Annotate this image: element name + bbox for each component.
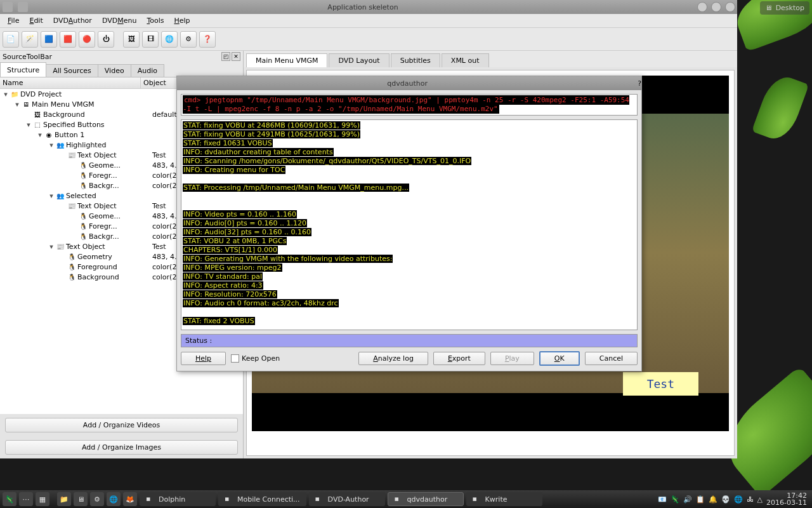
status-bar: Status : — [181, 334, 638, 347]
log-line: INFO: Audio ch 0 format: ac3/2ch, 48khz … — [183, 299, 636, 308]
system-tray: 📧 🦎 🔊 📋 🔔 💀 🌐 🖧 △ 17:42 2016-03-11 — [658, 492, 809, 506]
log-line: STAT: Processing /tmp/Unnamed/Main Menu … — [183, 184, 636, 192]
log-line — [183, 192, 636, 201]
tray-icon[interactable]: 🖧 — [747, 495, 754, 504]
app-icon — [3, 2, 13, 12]
tool-icon[interactable]: 🟥 — [60, 31, 76, 48]
taskbar-app[interactable]: ▪Dolphin — [140, 492, 216, 506]
minimize-button[interactable] — [697, 2, 707, 12]
main-tab[interactable]: Main Menu VMGM — [246, 53, 327, 67]
sidebar-tab[interactable]: Video — [98, 64, 131, 77]
power-icon[interactable]: ⏻ — [98, 31, 114, 48]
tray-icon[interactable]: 🔊 — [683, 495, 692, 504]
tool-icon[interactable]: 🔴 — [79, 31, 95, 48]
help-button[interactable]: ? — [638, 79, 641, 88]
tray-icon[interactable]: 🌐 — [734, 495, 743, 504]
log-line: INFO: Resolution: 720x576 — [183, 290, 636, 299]
tray-icon[interactable]: △ — [757, 495, 763, 504]
dialog-title: qdvdauthor — [177, 79, 638, 88]
wallpaper-leaf — [752, 72, 809, 144]
log-line: INFO: MPEG version: mpeg2 — [183, 264, 636, 272]
tray-icon[interactable]: 📋 — [696, 495, 705, 504]
menu-help[interactable]: Help — [169, 15, 195, 26]
launcher-icon[interactable]: 🌐 — [107, 492, 121, 506]
tool-icon[interactable]: 🌐 — [161, 31, 178, 48]
sidebar-tab[interactable]: Structure — [0, 62, 46, 77]
log-line: STAT: fixed 2 VOBUS — [183, 317, 636, 326]
main-tab[interactable]: DVD Layout — [329, 53, 389, 67]
export-button[interactable]: Export — [433, 352, 485, 365]
tool-icon[interactable]: 🟦 — [41, 31, 57, 48]
ok-button[interactable]: OK — [539, 351, 580, 366]
dock-float-button[interactable]: ◰ — [221, 52, 230, 61]
add-images-button[interactable]: Add / Organize Images — [5, 440, 238, 455]
menu-dvdmenu[interactable]: DVDMenu — [97, 15, 142, 26]
log-line: STAT: VOBU 2 at 0MB, 1 PGCs — [183, 237, 636, 246]
taskbar-app[interactable]: ▪DVD-Author — [309, 492, 385, 506]
pin-icon[interactable] — [18, 2, 28, 12]
command-text: cmd> jpegtopnm "/tmp/Unnamed/Main Menu V… — [183, 95, 629, 114]
tool-icon[interactable]: ❓ — [199, 31, 216, 48]
tool-icon[interactable]: 🎞 — [142, 31, 159, 48]
pager[interactable]: ▦ — [36, 492, 49, 506]
menubar: File Edit DVDAuthor DVDMenu Tools Help — [0, 14, 737, 28]
tool-icon[interactable]: 🖼 — [123, 31, 140, 48]
taskbar-app[interactable]: ▪qdvdauthor — [388, 492, 464, 506]
main-tab[interactable]: XML out — [442, 53, 489, 67]
taskbar-app[interactable]: ▪Mobile Connecti... — [218, 492, 306, 506]
play-button[interactable]: Play — [490, 352, 534, 365]
tree-col-name[interactable]: Name — [0, 77, 141, 88]
launcher-icon[interactable]: 🖥 — [74, 492, 88, 506]
close-button[interactable] — [725, 2, 735, 12]
clock[interactable]: 17:42 2016-03-11 — [766, 492, 809, 506]
log-line: CHAPTERS: VTS[1/1] 0.000 — [183, 246, 636, 255]
log-line: INFO: Creating menu for TOC — [183, 166, 636, 175]
log-line: INFO: Aspect ratio: 4:3 — [183, 281, 636, 290]
log-line — [183, 308, 636, 317]
log-line: INFO: Scanning /home/gons/Dokumente/_qdv… — [183, 157, 636, 166]
titlebar[interactable]: Application skeleton — [0, 0, 737, 14]
tray-icon[interactable]: 📧 — [658, 495, 667, 504]
wizard-icon[interactable]: 🪄 — [22, 31, 38, 48]
command-box[interactable]: cmd> jpegtopnm "/tmp/Unnamed/Main Menu V… — [181, 94, 638, 116]
activity-button[interactable]: ⋯ — [19, 492, 33, 506]
app-launcher[interactable]: 🦎 — [3, 492, 16, 506]
firefox-icon[interactable]: 🦊 — [123, 492, 137, 506]
tray-icon[interactable]: 🦎 — [671, 495, 679, 504]
sidebar-tab[interactable]: Audio — [131, 64, 164, 77]
menu-button-test[interactable]: Test — [623, 372, 698, 396]
menu-edit[interactable]: Edit — [24, 15, 48, 26]
keep-open-checkbox[interactable]: Keep Open — [231, 354, 280, 363]
log-line: INFO: Generating VMGM with the following… — [183, 255, 636, 264]
log-line: INFO: dvdauthor creating table of conten… — [183, 148, 636, 157]
maximize-button[interactable] — [711, 2, 721, 12]
help-button[interactable]: Help — [181, 352, 226, 365]
render-dialog: qdvdauthor ? cmd> jpegtopnm "/tmp/Unname… — [176, 76, 642, 371]
dock-close-button[interactable]: ✕ — [232, 52, 240, 61]
dock-title: SourceToolBar — [3, 53, 52, 61]
cancel-button[interactable]: Cancel — [585, 352, 638, 365]
taskbar-app[interactable]: ▪Kwrite — [466, 492, 542, 506]
tray-icon[interactable]: 🔔 — [709, 495, 717, 504]
tool-icon[interactable]: ⚙ — [180, 31, 197, 48]
log-line: STAT: fixing VOBU at 2486MB (10609/10631… — [183, 121, 636, 130]
window-title: Application skeleton — [30, 3, 695, 11]
log-line — [183, 201, 636, 210]
main-tab[interactable]: Subtitles — [391, 53, 440, 67]
add-videos-button[interactable]: Add / Organize Videos — [5, 418, 238, 432]
log-output[interactable]: STAT: fixing VOBU at 2486MB (10609/10631… — [181, 119, 638, 330]
toolbar: 📄 🪄 🟦 🟥 🔴 ⏻ 🖼 🎞 🌐 ⚙ ❓ — [0, 28, 737, 51]
menu-file[interactable]: File — [3, 15, 24, 26]
menu-tools[interactable]: Tools — [141, 15, 169, 26]
desktop-pager[interactable]: 🖥 Desktop — [760, 1, 809, 15]
launcher-icon[interactable]: ⚙ — [90, 492, 104, 506]
taskbar: 🦎 ⋯ ▦ 📁 🖥 ⚙ 🌐 🦊 ▪Dolphin▪Mobile Connecti… — [0, 490, 812, 508]
tray-icon[interactable]: 💀 — [721, 495, 730, 504]
launcher-icon[interactable]: 📁 — [57, 492, 71, 506]
menu-dvdauthor[interactable]: DVDAuthor — [48, 15, 97, 26]
sidebar-tab[interactable]: All Sources — [46, 64, 98, 77]
analyze-log-button[interactable]: Analyze log — [358, 352, 428, 365]
new-icon[interactable]: 📄 — [3, 31, 19, 48]
dialog-titlebar[interactable]: qdvdauthor ? — [177, 76, 641, 90]
monitor-icon: 🖥 — [765, 4, 772, 12]
